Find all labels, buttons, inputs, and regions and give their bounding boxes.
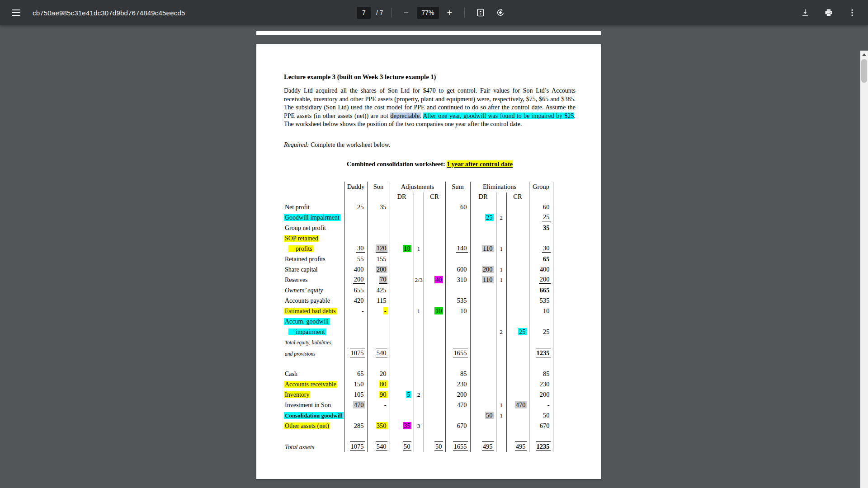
- table-cell-eref: [496, 285, 506, 295]
- table-cell-sum: [445, 326, 470, 337]
- scrollbar-thumb[interactable]: [861, 59, 867, 83]
- table-cell-ecr: [506, 285, 529, 295]
- menu-icon[interactable]: [10, 7, 22, 19]
- table-cell-sum: 140: [445, 243, 470, 253]
- table-cell-acr: [424, 347, 445, 358]
- pdf-toolbar: cb750ae985c31e41dc307d9bd7674849c45eecd5…: [0, 0, 868, 25]
- print-icon[interactable]: [821, 5, 836, 20]
- table-cell-edr: [470, 347, 496, 358]
- table-cell-eref: [496, 368, 506, 379]
- table-cell-son: 350: [367, 420, 390, 431]
- row-label: [284, 358, 344, 368]
- table-cell-sum: 10: [445, 305, 470, 316]
- table-cell-son: [367, 316, 390, 326]
- subheader-elim-cr: CR: [506, 192, 529, 202]
- lecture-heading: Lecture example 3 (built on Week 3 lectu…: [284, 73, 575, 81]
- table-cell-ecr: [506, 202, 529, 212]
- row-label: Investment in Son: [284, 399, 344, 410]
- table-cell-edr: 200: [470, 264, 496, 274]
- table-cell-daddy: 55: [344, 253, 367, 264]
- table-cell-adr: [390, 264, 414, 274]
- table-cell-eref: 2: [496, 212, 506, 222]
- table-cell-edr: 110: [470, 243, 496, 253]
- zoom-in-button[interactable]: +: [443, 6, 456, 19]
- text-segment: After one year, goodwill was found to be…: [423, 113, 574, 119]
- table-cell-acr: [424, 431, 445, 441]
- row-label: Accounts payable: [284, 295, 344, 305]
- text-segment: 1 year after control date: [447, 160, 513, 168]
- table-cell-group: 50: [529, 410, 553, 420]
- table-cell-aref: [414, 285, 424, 295]
- fit-to-page-icon[interactable]: [472, 5, 488, 20]
- table-cell-daddy: 1075: [344, 441, 367, 452]
- table-cell-edr: 495: [470, 441, 496, 452]
- table-cell-daddy: [344, 410, 367, 420]
- table-row: Group net profit35: [284, 222, 553, 233]
- table-cell-ecr: [506, 264, 529, 274]
- table-row: impairment22525: [284, 326, 553, 337]
- table-cell-daddy: [344, 316, 367, 326]
- table-cell-sum: 85: [445, 368, 470, 379]
- table-cell-acr: [424, 337, 445, 347]
- scrollbar[interactable]: [860, 51, 868, 488]
- table-cell-group: 1235: [529, 347, 553, 358]
- table-cell-adr: [390, 233, 414, 243]
- toolbar-divider: [464, 8, 464, 18]
- rotate-icon[interactable]: [492, 5, 508, 20]
- table-cell-group: 535: [529, 295, 553, 305]
- table-cell-sum: [445, 285, 470, 295]
- table-cell-adr: [390, 316, 414, 326]
- table-row: Reserves200702/3403101101200: [284, 274, 553, 285]
- table-cell-ecr: [506, 274, 529, 285]
- table-cell-group: 665: [529, 285, 553, 295]
- table-cell-eref: 1: [496, 264, 506, 274]
- row-label: Retained profits: [284, 253, 344, 264]
- table-cell-sum: 535: [445, 295, 470, 305]
- table-cell-edr: [470, 420, 496, 431]
- row-label: profits: [284, 243, 344, 253]
- table-cell-sum: 600: [445, 264, 470, 274]
- table-row: Net profit25356060: [284, 202, 553, 212]
- table-row: Total assets1075540505016554954951235: [284, 441, 553, 452]
- table-cell-aref: [414, 441, 424, 452]
- table-cell-group: [529, 233, 553, 243]
- table-cell-sum: 1655: [445, 441, 470, 452]
- table-cell-daddy: 25: [344, 202, 367, 212]
- table-cell-son: [367, 233, 390, 243]
- table-cell-aref: [414, 253, 424, 264]
- table-cell-sum: [445, 431, 470, 441]
- row-label: [284, 431, 344, 441]
- zoom-level[interactable]: 77%: [417, 7, 439, 19]
- page-total-label: / 7: [376, 9, 383, 16]
- scroll-up-icon[interactable]: [860, 51, 868, 58]
- row-label: Share capital: [284, 264, 344, 274]
- download-icon[interactable]: [797, 5, 813, 20]
- table-cell-group: 25: [529, 212, 553, 222]
- zoom-out-button[interactable]: −: [400, 6, 412, 19]
- column-header-son: Son: [367, 182, 390, 192]
- table-cell-sum: [445, 233, 470, 243]
- table-cell-acr: [424, 253, 445, 264]
- table-cell-eref: [496, 316, 506, 326]
- table-cell-acr: [424, 326, 445, 337]
- table-cell-son: 20: [367, 368, 390, 379]
- table-cell-edr: [470, 389, 496, 399]
- table-cell-aref: [414, 222, 424, 233]
- more-options-icon[interactable]: [844, 5, 860, 20]
- table-cell-aref: 2/3: [414, 274, 424, 285]
- table-cell-group: 200: [529, 389, 553, 399]
- table-cell-son: [367, 326, 390, 337]
- table-cell-acr: [424, 285, 445, 295]
- table-cell-eref: 1: [496, 274, 506, 285]
- table-cell-sum: [445, 212, 470, 222]
- table-row: Owners’ equity655425665: [284, 285, 553, 295]
- table-cell-daddy: [344, 222, 367, 233]
- table-cell-adr: [390, 305, 414, 316]
- previous-page-edge: [256, 31, 601, 35]
- table-row: Inventory1059052200200: [284, 389, 553, 399]
- table-cell-group: 25: [529, 326, 553, 337]
- page-number-input[interactable]: [357, 7, 371, 19]
- column-header-sum: Sum: [445, 182, 470, 192]
- table-cell-ecr: [506, 347, 529, 358]
- table-cell-aref: [414, 326, 424, 337]
